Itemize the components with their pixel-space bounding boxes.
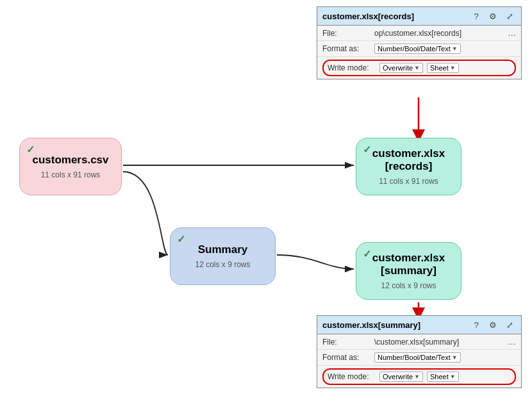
bottom-panel-title: customer.xlsx[summary] — [322, 320, 420, 330]
bottom-panel-writemode-dropdown[interactable]: Overwrite ▼ — [379, 372, 423, 382]
customers-csv-subtitle: 11 cols x 91 rows — [41, 170, 101, 179]
bottom-help-icon[interactable]: ? — [470, 318, 483, 331]
top-panel-format-row: Format as: Number/Bool/Date/Text ▼ — [317, 41, 521, 57]
top-panel-sheet-dropdown[interactable]: Sheet ▼ — [427, 63, 459, 73]
bottom-panel-sheet-value: Sheet — [430, 373, 449, 380]
bottom-panel-sheet-dropdown[interactable]: Sheet ▼ — [427, 372, 459, 382]
customer-summary-subtitle: 12 cols x 9 rows — [381, 281, 436, 290]
top-panel-sheet-value: Sheet — [430, 64, 449, 72]
top-panel-writemode-value: Overwrite — [383, 64, 413, 72]
expand-icon[interactable]: ⤢ — [503, 10, 516, 22]
bottom-panel-sheet-arrow: ▼ — [450, 373, 456, 380]
bottom-panel-format-value: Number/Bool/Date/Text — [378, 354, 451, 361]
check-icon-records: ✓ — [363, 143, 371, 156]
settings-icon[interactable]: ⚙ — [486, 10, 499, 22]
bottom-panel-file-value: \customer.xlsx[summary] — [374, 338, 504, 347]
customers-csv-title: customers.csv — [32, 154, 108, 167]
top-panel-title: customer.xlsx[records] — [322, 12, 414, 21]
bottom-panel-writemode-row: Write mode: Overwrite ▼ Sheet ▼ — [322, 368, 516, 385]
check-icon-summary: ✓ — [177, 233, 185, 245]
top-panel-sheet-arrow: ▼ — [450, 65, 456, 71]
bottom-panel-format-dropdown[interactable]: Number/Bool/Date/Text ▼ — [374, 352, 461, 363]
top-panel-header: customer.xlsx[records] ? ⚙ ⤢ — [317, 7, 521, 26]
top-panel-format-arrow: ▼ — [452, 45, 458, 52]
top-panel-format-dropdown[interactable]: Number/Bool/Date/Text ▼ — [374, 44, 461, 54]
bottom-settings-icon[interactable]: ⚙ — [486, 318, 499, 331]
bottom-panel-writemode-arrow: ▼ — [414, 373, 420, 380]
customer-summary-node[interactable]: ✓ customer.xlsx [summary] 12 cols x 9 ro… — [356, 242, 461, 300]
top-panel-icons: ? ⚙ ⤢ — [470, 10, 516, 22]
summary-subtitle: 12 cols x 9 rows — [195, 260, 250, 269]
customer-records-title-line1: customer.xlsx — [372, 147, 445, 160]
top-panel-file-label: File: — [322, 29, 370, 38]
bottom-panel-format-label: Format as: — [322, 353, 370, 362]
customers-csv-node[interactable]: ✓ customers.csv 11 cols x 91 rows — [19, 138, 122, 195]
bottom-panel-writemode-wrapper: Write mode: Overwrite ▼ Sheet ▼ — [317, 366, 521, 388]
bottom-panel-header: customer.xlsx[summary] ? ⚙ ⤢ — [317, 316, 521, 334]
customer-records-subtitle: 11 cols x 91 rows — [379, 177, 438, 186]
help-icon[interactable]: ? — [470, 10, 483, 22]
top-panel-file-browse[interactable]: … — [508, 28, 516, 38]
customer-summary-title-line2: [summary] — [372, 265, 445, 277]
check-icon: ✓ — [26, 143, 35, 156]
bottom-expand-icon[interactable]: ⤢ — [503, 318, 516, 331]
top-panel-format-label: Format as: — [322, 44, 370, 53]
bottom-panel-format-row: Format as: Number/Bool/Date/Text ▼ — [317, 350, 521, 366]
customer-records-title-line2: [records] — [372, 160, 445, 173]
top-panel-writemode-dropdown[interactable]: Overwrite ▼ — [379, 63, 423, 73]
bottom-panel-file-browse[interactable]: … — [508, 337, 516, 347]
summary-node[interactable]: ✓ Summary 12 cols x 9 rows — [170, 227, 276, 285]
customer-records-node[interactable]: ✓ customer.xlsx [records] 11 cols x 91 r… — [356, 138, 461, 195]
summary-title: Summary — [198, 243, 247, 256]
check-icon-summary2: ✓ — [363, 248, 371, 260]
top-panel-writemode-arrow: ▼ — [414, 65, 420, 71]
top-panel-format-value: Number/Bool/Date/Text — [378, 45, 451, 53]
bottom-panel-writemode-value: Overwrite — [383, 373, 413, 380]
top-panel-writemode-wrapper: Write mode: Overwrite ▼ Sheet ▼ — [317, 57, 521, 79]
bottom-panel-icons: ? ⚙ ⤢ — [470, 318, 516, 331]
bottom-panel-writemode-label: Write mode: — [328, 372, 376, 381]
bottom-panel-file-row: File: \customer.xlsx[summary] … — [317, 334, 521, 350]
top-panel-file-row: File: op\customer.xlsx[records] … — [317, 26, 521, 41]
top-panel-writemode-label: Write mode: — [328, 63, 376, 72]
top-panel-file-value: op\customer.xlsx[records] — [374, 29, 504, 38]
bottom-panel: customer.xlsx[summary] ? ⚙ ⤢ File: \cust… — [317, 315, 522, 388]
top-panel-writemode-row: Write mode: Overwrite ▼ Sheet ▼ — [322, 60, 516, 76]
bottom-panel-format-arrow: ▼ — [452, 354, 458, 361]
canvas: ✓ customers.csv 11 cols x 91 rows ✓ Summ… — [0, 0, 532, 417]
bottom-panel-file-label: File: — [322, 338, 370, 347]
top-panel: customer.xlsx[records] ? ⚙ ⤢ File: op\cu… — [317, 6, 522, 79]
customer-summary-title-line1: customer.xlsx — [372, 252, 445, 265]
